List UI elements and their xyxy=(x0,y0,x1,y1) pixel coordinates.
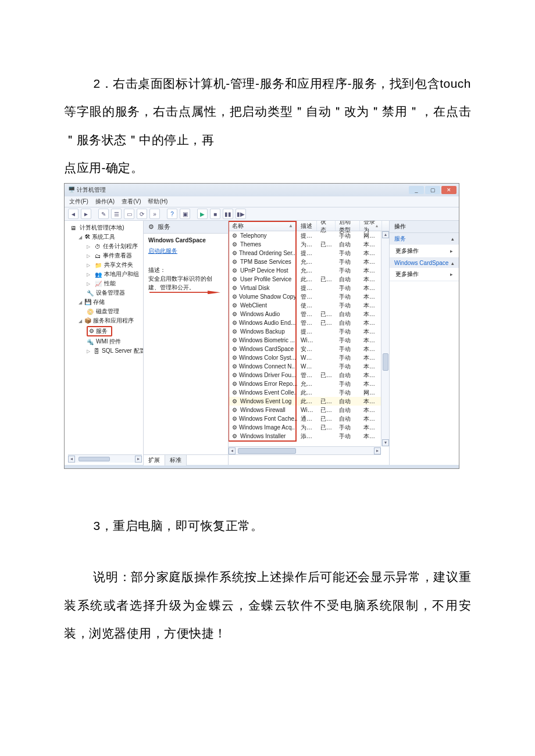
toolbar-btn-4[interactable]: » xyxy=(149,209,160,219)
table-row[interactable]: ⚙TPM Base Services允许...手动本地服 xyxy=(229,257,389,266)
table-row[interactable]: ⚙Windows Biometric ...Win...手动本地系 xyxy=(229,336,389,345)
vertical-scrollbar[interactable]: ▴ ▾ xyxy=(381,231,389,446)
table-row[interactable]: ⚙Windows FirewallWin...已启动自动本地服 xyxy=(229,406,389,414)
col-status[interactable]: 状态 xyxy=(317,221,336,231)
tab-extended[interactable]: 扩展 xyxy=(144,454,165,465)
table-row[interactable]: ⚙Windows Installer添加...手动本地系 xyxy=(229,432,389,440)
details-header: ⚙ 服务 xyxy=(144,221,228,234)
tree-sqlconfig[interactable]: ▷🗄 SQL Server 配置管理 xyxy=(66,346,142,356)
details-tabs: 扩展标准 xyxy=(144,454,228,465)
table-row[interactable]: ⚙Windows Connect N...WC...手动本地服 xyxy=(229,362,389,371)
toolbar-btn-3[interactable]: ▭ xyxy=(124,209,134,219)
refresh-button[interactable]: ⟳ xyxy=(137,209,147,219)
table-row[interactable]: ⚙Windows Driver Fou...管理...已启动自动本地系 xyxy=(229,371,389,379)
service-logon: 本地系 xyxy=(360,432,382,440)
service-desc: 管理 ... xyxy=(297,319,317,327)
scroll-thumb[interactable] xyxy=(238,448,296,454)
menu-help[interactable]: 帮助(H) xyxy=(148,198,167,206)
scroll-down-icon[interactable]: ▾ xyxy=(382,439,389,446)
table-row[interactable]: ⚙Thread Ordering Ser...提供...手动本地服 xyxy=(229,249,389,257)
table-row[interactable]: ⚙Virtual Disk提供...手动本地系 xyxy=(229,284,389,292)
close-button[interactable]: ✕ xyxy=(441,186,456,194)
window-titlebar: 🖥️ 计算机管理 _ ▢ ✕ xyxy=(65,184,459,196)
back-button[interactable]: ◄ xyxy=(68,209,79,219)
menu-view[interactable]: 查看(V) xyxy=(122,198,141,206)
tree-scheduler[interactable]: ▷⏱ 任务计划程序 xyxy=(66,242,142,251)
table-row[interactable]: ⚙Windows Audio管理...已启动自动本地服 xyxy=(229,310,389,318)
tree-eventviewer[interactable]: ▷🗂 事件查看器 xyxy=(66,251,142,260)
help-button[interactable]: ? xyxy=(167,209,177,219)
tree-sharedfolders[interactable]: ▷📁 共享文件夹 xyxy=(66,260,142,270)
minimize-button[interactable]: _ xyxy=(409,186,424,194)
tab-standard[interactable]: 标准 xyxy=(165,454,187,465)
tree-systools[interactable]: ◢🛠 系统工具 xyxy=(66,232,142,242)
table-row[interactable]: ⚙Windows Font Cache...通过...已启动自动本地服 xyxy=(229,414,389,423)
tree-performance[interactable]: ▷📈 性能 xyxy=(66,279,142,288)
table-row[interactable]: ⚙Themes为用...已启动自动本地系 xyxy=(229,240,389,249)
service-desc: 此服... xyxy=(297,389,317,397)
table-row[interactable]: ⚙Windows CardSpace安全...手动本地系 xyxy=(229,345,389,353)
table-row[interactable]: ⚙WebClient使基...手动本地服 xyxy=(229,301,389,310)
start-service-link[interactable]: 启动此服务 xyxy=(148,247,177,255)
service-name: Windows Installer xyxy=(240,433,286,439)
gear-icon: ⚙ xyxy=(232,276,238,282)
col-desc[interactable]: 描述 xyxy=(297,221,317,231)
scroll-left-icon[interactable]: ◂ xyxy=(68,456,75,463)
service-logon: 本地服 xyxy=(360,397,382,406)
menu-file[interactable]: 文件(F) xyxy=(69,198,88,206)
tree-devicemanager[interactable]: 🔧 设备管理器 xyxy=(66,288,142,298)
service-name: TPM Base Services xyxy=(240,259,291,265)
toolbar-btn-1[interactable]: ✎ xyxy=(98,209,109,219)
table-row[interactable]: ⚙Windows Color Syst...Wcs...手动本地服 xyxy=(229,353,389,362)
service-startup-type: 自动 xyxy=(336,406,360,414)
service-name: Windows Image Acq... xyxy=(239,424,297,431)
maximize-button[interactable]: ▢ xyxy=(425,186,440,194)
table-row[interactable]: ⚙Windows Backup提供 ...手动本地系 xyxy=(229,327,389,336)
table-row[interactable]: ⚙Windows Image Acq...为扫...已启动手动本地服 xyxy=(229,423,389,432)
col-logon-as[interactable]: 登录为 ▴ xyxy=(360,221,382,231)
tree-servicesapps[interactable]: ◢📦 服务和应用程序 xyxy=(66,316,142,325)
service-logon: 本地服 xyxy=(360,415,382,423)
tree-services[interactable]: ⚙ 服务 xyxy=(66,325,142,337)
actions-services-title[interactable]: 服务▴ xyxy=(390,233,459,245)
table-row[interactable]: ⚙Telephony提供...手动网络服 xyxy=(229,231,389,240)
tree-hscroll[interactable]: ◂ ▸ xyxy=(68,454,142,463)
table-row[interactable]: ⚙Volume Shadow Copy管理...手动本地系 xyxy=(229,292,389,301)
service-status: 已启动 xyxy=(317,319,336,327)
start-button[interactable]: ▶ xyxy=(197,209,208,219)
tree-root[interactable]: 🖥计算机管理(本地) xyxy=(66,223,142,232)
scroll-left-icon[interactable]: ◂ xyxy=(229,447,236,454)
tree-localusers[interactable]: ▷👥 本地用户和组 xyxy=(66,270,142,279)
stop-button[interactable]: ■ xyxy=(210,209,220,219)
tree-wmi[interactable]: 🔩 WMI 控件 xyxy=(66,337,142,346)
tree-diskmanagement[interactable]: 📀 磁盘管理 xyxy=(66,307,142,316)
table-row[interactable]: ⚙Windows Audio End...管理 ...已启动自动本地系 xyxy=(229,318,389,327)
service-startup-type: 自动 xyxy=(336,415,360,423)
scroll-thumb[interactable] xyxy=(79,457,110,461)
pause-button[interactable]: ▮▮ xyxy=(223,209,233,219)
gear-icon: ⚙ xyxy=(232,407,238,413)
actions-selected-title[interactable]: Windows CardSpace▴ xyxy=(390,258,459,268)
table-row[interactable]: ⚙UPnP Device Host允许 ...手动本地服 xyxy=(229,266,389,275)
scroll-right-icon[interactable]: ▸ xyxy=(374,447,381,454)
toolbar-btn-5[interactable]: ▣ xyxy=(180,209,190,219)
horizontal-scrollbar[interactable]: ◂ ▸ xyxy=(229,446,381,454)
scroll-right-icon[interactable]: ▸ xyxy=(135,456,142,463)
table-row[interactable]: ⚙Windows Error Repo...允许...手动本地系 xyxy=(229,379,389,388)
tree-storage[interactable]: ◢💾 存储 xyxy=(66,298,142,307)
table-row[interactable]: ⚙Windows Event Log此服...已启动自动本地服 xyxy=(229,397,389,406)
table-row[interactable]: ⚙Windows Event Colle...此服...手动网络服 xyxy=(229,388,389,397)
scroll-thumb[interactable] xyxy=(383,353,388,371)
service-desc: 此服... xyxy=(297,397,317,406)
toolbar-btn-2[interactable]: ☰ xyxy=(111,209,122,219)
actions-more-2[interactable]: 更多操作▸ xyxy=(390,268,459,281)
scroll-up-icon[interactable]: ▴ xyxy=(382,231,389,238)
restart-button[interactable]: ▮▶ xyxy=(236,209,246,219)
col-name[interactable]: 名称 ▲ xyxy=(229,221,297,231)
col-startup-type[interactable]: 启动类型 xyxy=(336,221,360,231)
menu-action[interactable]: 操作(A) xyxy=(95,198,115,206)
actions-more-1[interactable]: 更多操作▸ xyxy=(390,245,459,257)
service-status: 已启动 xyxy=(317,397,336,406)
forward-button[interactable]: ► xyxy=(81,209,91,219)
table-row[interactable]: ⚙User Profile Service此服...已启动自动本地系 xyxy=(229,275,389,284)
